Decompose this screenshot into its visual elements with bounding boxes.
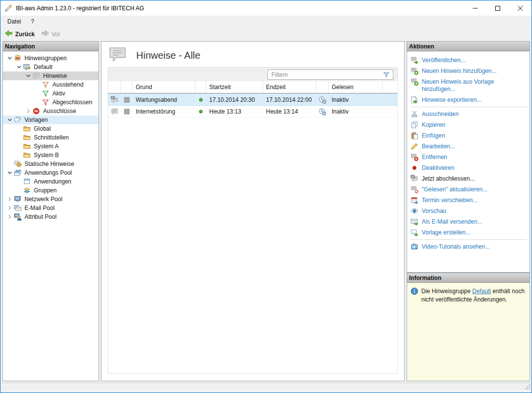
action-jetzt-abschliessen[interactable]: Jetzt abschliessen... bbox=[411, 173, 528, 184]
action-bearbeiten[interactable]: Bearbeiten... bbox=[411, 141, 528, 152]
tree-item-system-b[interactable]: System B bbox=[3, 151, 98, 160]
action-vorlage-erstellen[interactable]: Vorlage erstellen... bbox=[411, 227, 528, 238]
pencil-icon bbox=[411, 142, 418, 150]
chevron-down-icon[interactable] bbox=[6, 55, 14, 62]
action-label: Vorschau bbox=[422, 207, 446, 215]
close-button[interactable] bbox=[509, 0, 532, 16]
email-pool-icon bbox=[14, 204, 23, 212]
action-label: Hinweise exportieren... bbox=[422, 96, 482, 104]
tree-item-aktiv[interactable]: Aktiv bbox=[3, 89, 98, 98]
chevron-down-icon[interactable] bbox=[6, 169, 14, 176]
cell-extra bbox=[383, 94, 397, 105]
tree-item-global[interactable]: Global bbox=[3, 124, 98, 133]
col-grund-header[interactable]: Grund bbox=[133, 81, 195, 93]
tree-item-label: Anwendungen bbox=[32, 178, 73, 185]
table-toolbar bbox=[108, 67, 397, 81]
funnel-active-icon bbox=[42, 90, 51, 97]
action-vorschau[interactable]: Vorschau bbox=[411, 206, 528, 216]
tree-item-netzwerk-pool[interactable]: Netzwerk Pool bbox=[3, 195, 98, 204]
tree-item-abgeschlossen[interactable]: Abgeschlossen bbox=[3, 98, 98, 107]
scissors-icon bbox=[411, 110, 418, 118]
panel-splitter-handle[interactable] bbox=[407, 269, 530, 272]
action-veroeffentlichen[interactable]: Veröffentlichen... bbox=[411, 55, 528, 66]
action-termin-verschieben[interactable]: Termin verschieben... bbox=[411, 195, 528, 206]
col-type-header[interactable] bbox=[108, 81, 121, 93]
tree-item-hinweisgruppen[interactable]: Hinweisgruppen bbox=[3, 54, 98, 63]
tree-item-label: Abgeschlossen bbox=[51, 98, 94, 106]
filter-funnel-icon[interactable] bbox=[383, 71, 390, 80]
network-pool-icon bbox=[14, 195, 23, 203]
col-dot-header[interactable] bbox=[195, 81, 206, 93]
col-state-header[interactable] bbox=[121, 81, 133, 93]
cell-gelesen: Inaktiv bbox=[329, 106, 383, 117]
paste-icon bbox=[411, 132, 418, 139]
table-row[interactable]: Internetstörung Heute 13:13 Heute 13:14 … bbox=[108, 106, 397, 117]
tree-item-default[interactable]: Default bbox=[3, 63, 98, 71]
info-text-before: Die Hinweisgruppe bbox=[421, 288, 472, 295]
chevron-right-icon[interactable] bbox=[6, 196, 14, 203]
col-startzeit-header[interactable]: Startzeit bbox=[206, 81, 263, 93]
action-label: Veröffentlichen... bbox=[422, 56, 465, 64]
col-gelesen-header[interactable]: Gelesen bbox=[329, 81, 383, 93]
copy-icon bbox=[411, 121, 418, 129]
chevron-right-icon[interactable] bbox=[24, 108, 32, 115]
chevron-right-icon[interactable] bbox=[6, 205, 14, 211]
tree-item-email-pool[interactable]: E-Mail Pool bbox=[3, 204, 98, 212]
tree-item-ausstehend[interactable]: Ausstehend bbox=[3, 80, 98, 89]
tree-item-label: Statische Hinweise bbox=[23, 160, 75, 168]
gray-square-icon bbox=[121, 94, 133, 105]
funnel-closed-icon bbox=[42, 98, 51, 106]
table-row[interactable]: Wartungsabend 17.10.2014 20:30 17.10.201… bbox=[108, 93, 397, 106]
groups-icon bbox=[23, 186, 32, 194]
action-einfuegen[interactable]: Einfügen bbox=[411, 130, 528, 141]
chevron-down-icon[interactable] bbox=[24, 72, 32, 79]
resize-grip[interactable] bbox=[524, 383, 531, 392]
chevron-down-icon[interactable] bbox=[6, 116, 14, 123]
app-window: IBI-aws Admin 1.23.0 - registriert für I… bbox=[0, 0, 532, 393]
col-endzeit-header[interactable]: Endzeit bbox=[263, 81, 316, 93]
tree-item-system-a[interactable]: System A bbox=[3, 142, 98, 151]
action-video-tutorials[interactable]: Video-Tutorials ansehen... bbox=[411, 241, 528, 252]
menu-datei[interactable]: Datei bbox=[2, 17, 26, 26]
action-label: Entfernen bbox=[422, 153, 447, 161]
tree-item-vorlagen[interactable]: Vorlagen bbox=[3, 116, 98, 124]
back-button[interactable]: Zurück bbox=[1, 28, 38, 40]
app-icon bbox=[4, 4, 12, 12]
application-pool-icon bbox=[14, 169, 23, 177]
navigation-panel: Navigation Hinweisgruppen Default Hinwei… bbox=[2, 41, 99, 381]
add-note-icon bbox=[411, 67, 418, 75]
chevron-right-icon[interactable] bbox=[6, 213, 14, 220]
action-hinweise-exportieren[interactable]: Hinweise exportieren... bbox=[411, 94, 528, 105]
action-als-email-versenden[interactable]: Als E-Mail versenden... bbox=[411, 216, 528, 227]
action-kopieren[interactable]: Kopieren bbox=[411, 119, 528, 130]
minimize-button[interactable] bbox=[464, 0, 486, 16]
eye-icon bbox=[411, 207, 418, 215]
update-read-icon bbox=[411, 185, 418, 193]
chevron-down-icon[interactable] bbox=[15, 64, 23, 70]
tree-item-statische-hinweise[interactable]: Statische Hinweise bbox=[3, 160, 98, 168]
tree-item-schnittstellen[interactable]: Schnittstellen bbox=[3, 133, 98, 142]
tree-item-ausschluesse[interactable]: Ausschlüsse bbox=[3, 107, 98, 116]
tree-item-gruppen[interactable]: Gruppen bbox=[3, 186, 98, 195]
action-ausschneiden[interactable]: Ausschneiden bbox=[411, 109, 528, 119]
tree-item-hinweise[interactable]: Hinweise bbox=[3, 71, 98, 80]
forward-button[interactable]: Vor bbox=[38, 28, 63, 40]
default-group-link[interactable]: Default bbox=[472, 288, 491, 295]
attribute-pool-icon bbox=[14, 213, 23, 221]
tv-icon bbox=[411, 243, 418, 251]
maximize-button[interactable] bbox=[486, 0, 509, 16]
menu-help[interactable]: ? bbox=[26, 17, 39, 26]
action-gelesen-aktualisieren[interactable]: "Gelesen" aktualisieren... bbox=[411, 184, 528, 195]
tree-item-anwendungs-pool[interactable]: Anwendungs Pool bbox=[3, 168, 98, 177]
tree-item-attribut-pool[interactable]: Attribut Pool bbox=[3, 212, 98, 221]
action-label: Ausschneiden bbox=[422, 110, 459, 118]
tree-item-anwendungen[interactable]: Anwendungen bbox=[3, 177, 98, 186]
page-title: Hinweise - Alle bbox=[136, 50, 200, 61]
tree-item-label: Ausstehend bbox=[51, 81, 85, 89]
action-deaktivieren[interactable]: Deaktivieren bbox=[411, 162, 528, 173]
action-neuen-hinweis-aus-vorlage[interactable]: Neuen Hinweis aus Vorlage hinzufügen... bbox=[411, 76, 528, 94]
action-neuen-hinweis[interactable]: Neuen Hinweis hinzufügen... bbox=[411, 66, 528, 76]
action-entfernen[interactable]: Entfernen bbox=[411, 152, 528, 162]
col-clock-header[interactable] bbox=[316, 81, 329, 93]
filter-input[interactable] bbox=[267, 69, 393, 80]
